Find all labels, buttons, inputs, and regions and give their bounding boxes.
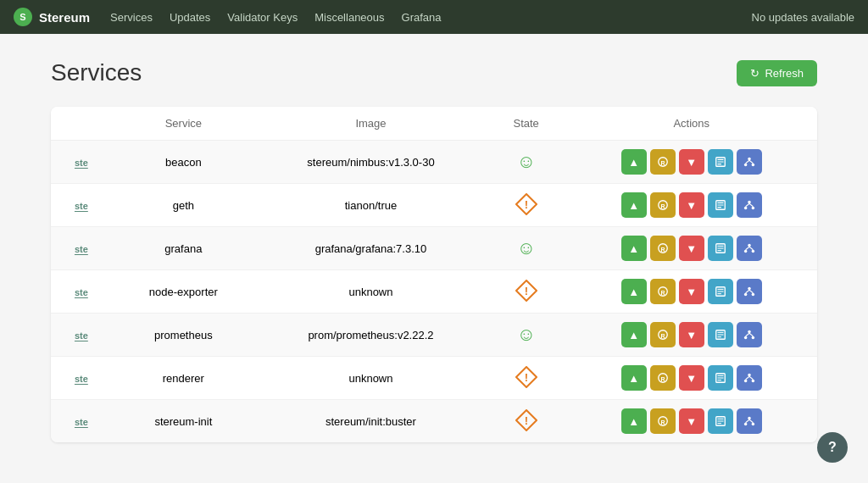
down-button[interactable]: ▼: [679, 192, 704, 218]
rec-button[interactable]: R: [650, 322, 676, 347]
up-button[interactable]: ▲: [621, 322, 647, 347]
service-name: node-exporter: [112, 270, 255, 314]
log-button[interactable]: [708, 192, 733, 218]
down-button[interactable]: ▼: [679, 149, 704, 175]
svg-point-45: [751, 293, 754, 297]
down-button[interactable]: ▼: [679, 365, 704, 391]
rec-button[interactable]: R: [650, 192, 676, 218]
nav-services[interactable]: Services: [110, 11, 153, 24]
log-button[interactable]: [708, 279, 733, 304]
service-actions: ▲R▼: [565, 270, 817, 314]
up-button[interactable]: ▲: [621, 192, 647, 218]
net-button[interactable]: [737, 322, 762, 347]
rec-button[interactable]: R: [650, 149, 676, 175]
svg-text:!: !: [525, 198, 528, 211]
svg-point-81: [744, 423, 748, 426]
table-row: stegrafanagrafana/grafana:7.3.10☺▲R▼: [51, 227, 817, 270]
svg-line-70: [745, 376, 748, 380]
warning-diamond-icon: !: [515, 193, 537, 215]
down-button[interactable]: ▼: [679, 236, 704, 261]
ste-badge[interactable]: ste: [75, 330, 88, 341]
log-button[interactable]: [708, 236, 733, 261]
service-name: prometheus: [112, 314, 255, 357]
nav-miscellaneous[interactable]: Miscellaneous: [314, 11, 384, 24]
service-name: stereum-init: [112, 400, 255, 443]
svg-line-23: [749, 203, 753, 207]
rec-button[interactable]: R: [650, 408, 676, 434]
down-button[interactable]: ▼: [679, 408, 704, 434]
svg-line-84: [749, 419, 753, 423]
service-state: !: [487, 357, 565, 400]
ste-badge[interactable]: ste: [75, 201, 88, 211]
net-button[interactable]: [737, 408, 762, 434]
net-button[interactable]: [737, 365, 762, 391]
state-icon: !: [515, 408, 538, 432]
state-icon: !: [515, 192, 538, 216]
state-icon: ☺: [515, 150, 538, 174]
svg-line-47: [749, 290, 753, 293]
service-image: stereum/init:buster: [255, 400, 487, 443]
log-button[interactable]: [708, 365, 733, 391]
ste-badge[interactable]: ste: [75, 244, 88, 254]
up-button[interactable]: ▲: [621, 408, 647, 434]
svg-point-67: [748, 374, 751, 377]
ste-badge[interactable]: ste: [75, 287, 88, 297]
svg-line-34: [749, 247, 753, 250]
table-row: stenode-exporterunknown ! ▲R▼: [51, 270, 817, 314]
service-image: prom/prometheus:v2.22.2: [255, 314, 487, 357]
down-button[interactable]: ▼: [679, 279, 704, 304]
col-service: Service: [112, 107, 255, 141]
up-button[interactable]: ▲: [621, 279, 647, 304]
service-state: ☺: [487, 227, 565, 270]
service-actions: ▲R▼: [565, 184, 817, 227]
ste-badge[interactable]: ste: [75, 374, 88, 384]
table-row: steprometheusprom/prometheus:v2.22.2☺▲R▼: [51, 314, 817, 357]
nav-grafana[interactable]: Grafana: [402, 11, 442, 24]
svg-text:R: R: [660, 333, 665, 339]
service-image: stereum/nimbus:v1.3.0-30: [255, 141, 487, 184]
log-button[interactable]: [708, 149, 733, 175]
log-button[interactable]: [708, 322, 733, 347]
svg-text:R: R: [660, 160, 665, 166]
page-title: Services: [51, 59, 142, 86]
state-icon: !: [515, 279, 538, 303]
refresh-label: Refresh: [765, 67, 804, 80]
service-image: unknown: [255, 357, 487, 400]
ste-badge[interactable]: ste: [75, 158, 88, 168]
badge-cell: ste: [51, 357, 112, 400]
svg-text:R: R: [660, 247, 665, 253]
nav-validator-keys[interactable]: Validator Keys: [227, 11, 298, 24]
nav-updates[interactable]: Updates: [170, 11, 210, 24]
rec-button[interactable]: R: [650, 236, 676, 261]
svg-point-55: [744, 336, 748, 340]
help-button[interactable]: ?: [817, 432, 848, 463]
net-button[interactable]: [737, 149, 762, 175]
rec-button[interactable]: R: [650, 279, 676, 304]
up-button[interactable]: ▲: [621, 149, 647, 175]
svg-point-69: [751, 380, 754, 383]
refresh-button[interactable]: ↻ Refresh: [737, 60, 817, 86]
svg-line-10: [749, 160, 753, 164]
up-button[interactable]: ▲: [621, 365, 647, 391]
svg-point-19: [748, 201, 751, 204]
up-button[interactable]: ▲: [621, 236, 647, 261]
log-button[interactable]: [708, 408, 733, 434]
down-button[interactable]: ▼: [679, 322, 704, 347]
net-button[interactable]: [737, 192, 762, 218]
service-actions: ▲R▼: [565, 400, 817, 443]
net-button[interactable]: [737, 279, 762, 304]
page-header: Services ↻ Refresh: [51, 59, 817, 86]
table-row: stegethtianon/true ! ▲R▼: [51, 184, 817, 227]
svg-point-20: [744, 207, 748, 210]
rec-button[interactable]: R: [650, 365, 676, 391]
help-icon: ?: [828, 440, 837, 455]
refresh-icon: ↻: [750, 67, 760, 80]
net-button[interactable]: [737, 236, 762, 261]
service-image: grafana/grafana:7.3.10: [255, 227, 487, 270]
state-icon: ☺: [515, 236, 538, 260]
svg-point-43: [748, 287, 751, 291]
ste-badge[interactable]: ste: [75, 417, 88, 427]
svg-point-31: [744, 250, 748, 253]
col-state: State: [487, 107, 565, 141]
col-image: Image: [255, 107, 487, 141]
